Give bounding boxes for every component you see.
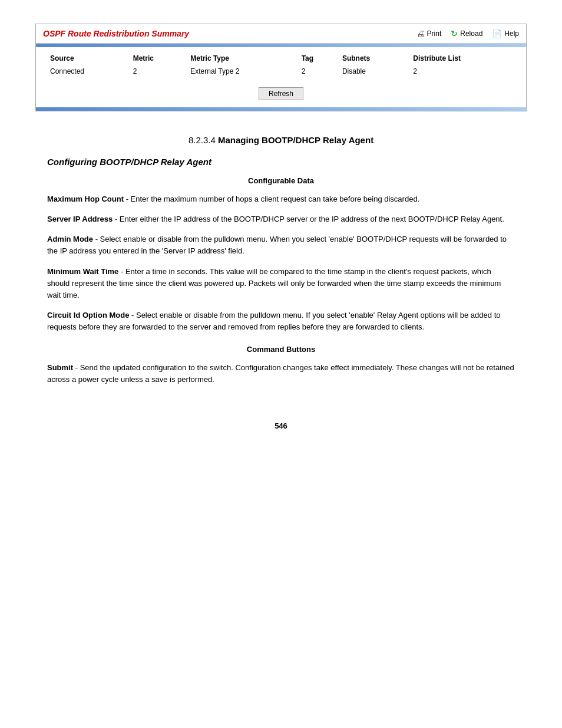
- col-header-distribute-list: Distribute List: [408, 52, 517, 65]
- table-header-row: Source Metric Metric Type Tag Subnets Di…: [45, 52, 517, 65]
- help-button[interactable]: 📄 Help: [492, 29, 519, 38]
- table-cell: External Type 2: [186, 65, 296, 78]
- doc-fields-container: Maximum Hop Count - Enter the maximum nu…: [47, 193, 515, 333]
- reload-button[interactable]: ↻ Reload: [451, 29, 482, 38]
- section-number: 8.2.3.4: [189, 135, 216, 145]
- field-description: - Enter either the IP address of the BOO…: [115, 215, 504, 223]
- doc-commands-container: Submit - Send the updated configuration …: [47, 362, 515, 386]
- table-cell: 2: [408, 65, 517, 78]
- command-buttons-title: Command Buttons: [47, 345, 515, 354]
- command-description: - Send the updated configuration to the …: [47, 363, 514, 384]
- help-icon: 📄: [492, 29, 502, 38]
- page-number: 546: [35, 421, 527, 430]
- table-row: Connected2External Type 22Disable2: [45, 65, 517, 78]
- help-label: Help: [504, 29, 519, 38]
- print-button[interactable]: 🖨 Print: [416, 29, 442, 38]
- subsection-title: Configuring BOOTP/DHCP Relay Agent: [47, 157, 515, 167]
- doc-field: Server IP Address - Enter either the IP …: [47, 213, 515, 225]
- ospf-panel: OSPF Route Redistribution Summary 🖨 Prin…: [35, 24, 527, 111]
- print-label: Print: [427, 29, 442, 38]
- table-cell: 2: [297, 65, 338, 78]
- doc-field: Circuit Id Option Mode - Select enable o…: [47, 309, 515, 333]
- doc-command: Submit - Send the updated configuration …: [47, 362, 515, 386]
- field-term: Maximum Hop Count: [47, 195, 124, 203]
- section-title: Managing BOOTP/DHCP Relay Agent: [218, 135, 373, 145]
- table-cell: Disable: [338, 65, 408, 78]
- col-header-source: Source: [45, 52, 128, 65]
- field-term: Circuit Id Option Mode: [47, 311, 129, 319]
- col-header-metric: Metric: [128, 52, 186, 65]
- print-icon: 🖨: [416, 29, 425, 38]
- ospf-title: OSPF Route Redistribution Summary: [43, 29, 189, 38]
- doc-field: Maximum Hop Count - Enter the maximum nu…: [47, 193, 515, 205]
- col-header-metric-type: Metric Type: [186, 52, 296, 65]
- ospf-bottom-bar: [36, 107, 526, 111]
- col-header-tag: Tag: [297, 52, 338, 65]
- command-term: Submit: [47, 363, 73, 372]
- ospf-table-area: Source Metric Metric Type Tag Subnets Di…: [36, 47, 526, 83]
- ospf-header: OSPF Route Redistribution Summary 🖨 Prin…: [36, 24, 526, 44]
- table-cell: 2: [128, 65, 186, 78]
- ospf-actions: 🖨 Print ↻ Reload 📄 Help: [416, 29, 519, 38]
- refresh-button[interactable]: Refresh: [259, 87, 303, 100]
- field-term: Minimum Wait Time: [47, 267, 118, 276]
- reload-icon: ↻: [451, 29, 458, 38]
- section-number-title: 8.2.3.4 Managing BOOTP/DHCP Relay Agent: [47, 135, 515, 145]
- reload-label: Reload: [460, 29, 482, 38]
- doc-field: Minimum Wait Time - Enter a time in seco…: [47, 266, 515, 301]
- field-term: Server IP Address: [47, 215, 113, 223]
- col-header-subnets: Subnets: [338, 52, 408, 65]
- table-cell: Connected: [45, 65, 128, 78]
- doc-section: 8.2.3.4 Managing BOOTP/DHCP Relay Agent …: [35, 135, 527, 386]
- field-term: Admin Mode: [47, 235, 93, 243]
- doc-field: Admin Mode - Select enable or disable fr…: [47, 233, 515, 257]
- configurable-data-title: Configurable Data: [47, 176, 515, 185]
- ospf-table: Source Metric Metric Type Tag Subnets Di…: [45, 52, 517, 78]
- field-description: - Enter the maximum number of hops a cli…: [126, 195, 420, 203]
- refresh-row: Refresh: [36, 83, 526, 107]
- field-description: - Select enable or disable from the pull…: [47, 235, 507, 255]
